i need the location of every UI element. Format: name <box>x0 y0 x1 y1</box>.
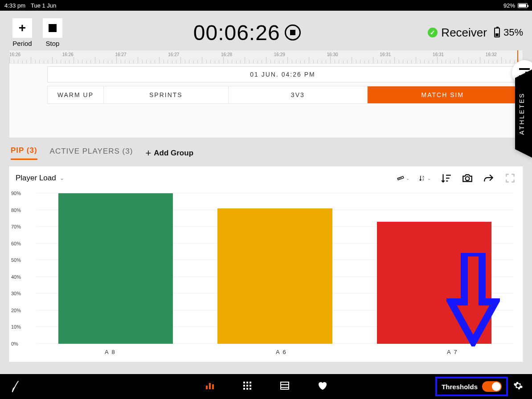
camera-tool[interactable] <box>461 172 474 184</box>
session-header: 01 JUN. 04:26 PM <box>47 66 518 82</box>
svg-rect-18 <box>243 385 245 387</box>
thresholds-label: Thresholds <box>442 383 478 391</box>
bar-a6[interactable] <box>217 208 332 344</box>
chevron-down-icon: ⌄ <box>60 175 64 181</box>
period-warm-up[interactable]: WARM UP <box>47 86 104 104</box>
svg-line-5 <box>401 177 401 178</box>
metric-selector[interactable]: Player Load ⌄ <box>16 174 64 183</box>
group-tabs: PIP (3)ACTIVE PLAYERS (3) + Add Group <box>11 146 521 160</box>
svg-rect-22 <box>246 388 248 390</box>
status-time: 4:33 pm <box>4 2 25 9</box>
tab-active-players-3-[interactable]: ACTIVE PLAYERS (3) <box>50 147 133 159</box>
period-match-sim[interactable]: MATCH SIM <box>368 86 518 104</box>
period-3v3[interactable]: 3V3 <box>229 86 368 104</box>
svg-line-4 <box>400 178 400 179</box>
svg-rect-20 <box>250 385 251 387</box>
chart-area: 0%10%20%30%40%50%60%70%80%90% <box>23 193 514 344</box>
nav-heart-icon[interactable] <box>317 380 327 393</box>
svg-text:Z: Z <box>422 178 424 181</box>
app-logo <box>9 380 22 393</box>
svg-rect-24 <box>281 382 289 389</box>
bar-a7[interactable] <box>377 222 491 344</box>
add-group-button[interactable]: + Add Group <box>145 147 193 159</box>
add-period-button[interactable]: + <box>12 18 32 38</box>
nav-list-icon[interactable] <box>279 380 290 393</box>
svg-rect-21 <box>243 388 245 390</box>
bar-a8[interactable] <box>58 193 173 344</box>
session-timer: 00:06:26 <box>193 20 280 45</box>
category-label: A 7 <box>367 349 532 355</box>
check-icon: ✓ <box>428 28 438 37</box>
svg-rect-12 <box>206 386 208 389</box>
svg-point-11 <box>466 177 470 181</box>
metric-label: Player Load <box>16 174 56 183</box>
receiver-battery-pct: 35% <box>503 27 523 38</box>
receiver-label: Receiver <box>441 26 487 40</box>
svg-rect-14 <box>212 384 214 389</box>
nav-grid-icon[interactable] <box>242 380 253 393</box>
svg-text:ATHLETES: ATHLETES <box>518 92 525 134</box>
bottom-nav: Thresholds <box>0 374 532 399</box>
svg-rect-16 <box>246 382 248 383</box>
ruler-tool[interactable] <box>397 172 409 184</box>
add-group-label: Add Group <box>154 149 193 158</box>
receiver-status: ✓ Receiver 35% <box>428 26 523 40</box>
chart-panel: Player Load ⌄ AZ 0%10%20%30%40%50%60% <box>9 166 523 362</box>
status-date: Tue 1 Jun <box>31 2 56 9</box>
svg-rect-2 <box>397 176 404 180</box>
share-tool[interactable] <box>483 172 495 184</box>
stop-label: Stop <box>46 40 60 47</box>
svg-rect-15 <box>243 382 245 383</box>
category-label: A 8 <box>25 349 196 355</box>
category-label: A 6 <box>196 349 367 355</box>
svg-rect-17 <box>250 382 251 383</box>
receiver-battery-icon <box>494 28 500 37</box>
nav-chart-icon[interactable] <box>205 380 215 393</box>
thresholds-toggle[interactable] <box>482 381 502 392</box>
sort-desc-tool[interactable] <box>440 172 452 184</box>
svg-rect-19 <box>246 385 248 387</box>
battery-icon <box>518 3 528 8</box>
sort-az-tool[interactable]: AZ <box>418 172 431 184</box>
svg-rect-23 <box>250 388 251 390</box>
add-period-label: Period <box>12 40 32 47</box>
athletes-side-tab[interactable]: ATHLETES <box>515 69 532 158</box>
stop-button[interactable] <box>43 18 62 38</box>
period-sprints[interactable]: SPRINTS <box>104 86 229 104</box>
timeline-ruler: 16:2616:2616:2716:2716:2816:2916:3016:31… <box>9 50 523 64</box>
thresholds-toggle-box: Thresholds <box>435 377 508 396</box>
timeline[interactable]: 16:2616:2616:2716:2716:2816:2916:3016:31… <box>9 50 523 138</box>
stop-timer-icon[interactable] <box>285 24 301 41</box>
plus-icon: + <box>145 147 151 159</box>
expand-tool[interactable] <box>504 172 516 184</box>
tab-pip-3-[interactable]: PIP (3) <box>11 146 37 160</box>
svg-text:A: A <box>422 175 424 178</box>
period-row: WARM UPSPRINTS3V3MATCH SIM <box>47 86 518 104</box>
svg-line-3 <box>399 178 399 179</box>
status-battery-pct: 92% <box>503 2 515 9</box>
svg-rect-13 <box>209 383 211 389</box>
ipad-status-bar: 4:33 pm Tue 1 Jun 92% <box>0 0 532 11</box>
settings-icon[interactable] <box>513 381 523 392</box>
